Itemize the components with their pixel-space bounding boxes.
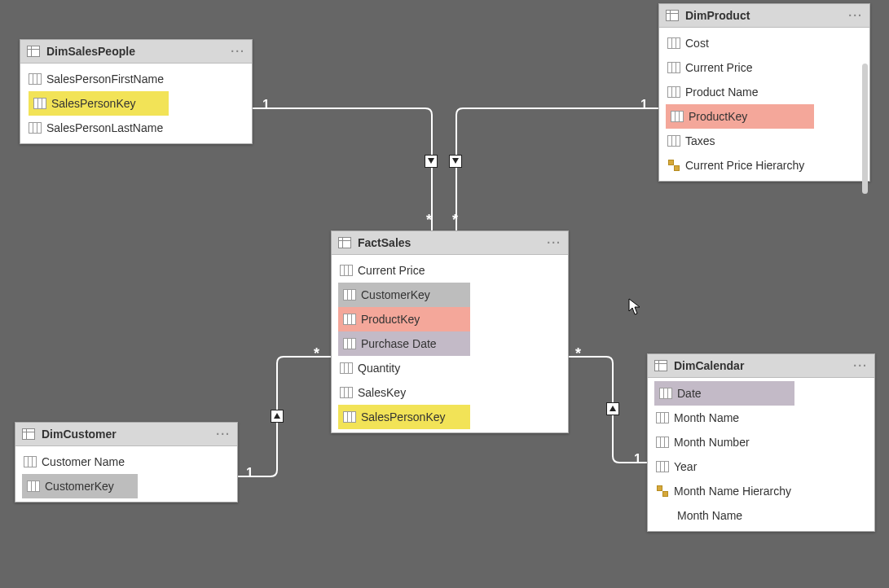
table-header[interactable]: DimProduct ··· [659, 4, 869, 28]
table-icon [27, 45, 40, 58]
table-icon [22, 428, 35, 441]
table-title: FactSales [358, 236, 540, 249]
table-menu-button[interactable]: ··· [216, 428, 231, 441]
table-menu-button[interactable]: ··· [547, 236, 561, 249]
cursor-icon [628, 298, 641, 316]
field-salespersonfirstname[interactable]: SalesPersonFirstName [20, 67, 252, 91]
column-icon [27, 480, 40, 493]
cardinality-one: 1 [640, 98, 648, 112]
cardinality-one: 1 [246, 466, 253, 480]
field-productkey[interactable]: ProductKey [338, 307, 470, 331]
field-date[interactable]: Date [654, 381, 794, 406]
column-icon [343, 337, 356, 350]
column-icon [656, 460, 669, 473]
model-canvas[interactable]: { "tables": { "dimSalesPeople": { "title… [0, 0, 889, 588]
column-icon [24, 455, 37, 468]
table-menu-button[interactable]: ··· [853, 359, 868, 372]
field-taxes[interactable]: Taxes [659, 129, 869, 153]
table-title: DimSalesPeople [46, 45, 224, 58]
table-menu-button[interactable]: ··· [848, 9, 863, 22]
table-header[interactable]: DimCalendar ··· [648, 354, 874, 378]
cardinality-many: * [452, 212, 458, 229]
field-quantity[interactable]: Quantity [332, 356, 568, 380]
filter-arrow-icon [271, 410, 284, 423]
column-icon [33, 97, 46, 110]
field-salespersonkey[interactable]: SalesPersonKey [338, 405, 470, 429]
column-icon [656, 411, 669, 424]
hierarchy-icon [656, 485, 669, 498]
cardinality-many: * [314, 345, 319, 362]
field-customername[interactable]: Customer Name [15, 450, 237, 474]
field-year[interactable]: Year [648, 454, 874, 479]
field-customerkey[interactable]: CustomerKey [338, 283, 470, 307]
filter-arrow-icon [606, 402, 619, 415]
table-dimcustomer[interactable]: DimCustomer ··· Customer Name CustomerKe… [15, 422, 238, 502]
column-icon [343, 410, 356, 423]
column-icon [671, 110, 684, 123]
table-header[interactable]: DimCustomer ··· [15, 423, 237, 446]
column-icon [29, 121, 42, 134]
table-title: DimCustomer [42, 428, 209, 441]
table-dimsalespeople[interactable]: DimSalesPeople ··· SalesPersonFirstName … [20, 39, 253, 144]
table-header[interactable]: DimSalesPeople ··· [20, 40, 252, 64]
field-saleskey[interactable]: SalesKey [332, 380, 568, 405]
field-currentprice[interactable]: Current Price [332, 258, 568, 283]
hierarchy-icon [667, 159, 680, 172]
table-title: DimCalendar [674, 359, 847, 372]
field-cost[interactable]: Cost [659, 31, 869, 55]
cardinality-one: 1 [262, 98, 270, 112]
cardinality-one: 1 [634, 452, 641, 467]
hierarchy-monthname[interactable]: Month Name Hierarchy [648, 479, 874, 503]
cardinality-many: * [426, 212, 432, 229]
filter-arrow-icon [449, 155, 462, 168]
column-icon [340, 264, 353, 277]
filter-arrow-icon [425, 155, 438, 168]
field-salespersonlastname[interactable]: SalesPersonLastName [20, 116, 252, 140]
column-icon [667, 61, 680, 74]
table-title: DimProduct [685, 9, 842, 22]
field-customerkey[interactable]: CustomerKey [22, 474, 138, 498]
column-icon [343, 288, 356, 301]
table-icon [666, 9, 679, 22]
table-dimcalendar[interactable]: DimCalendar ··· Date Month Name Month Nu… [647, 353, 875, 532]
column-icon [343, 313, 356, 326]
column-icon [667, 134, 680, 147]
column-icon [667, 37, 680, 50]
hierarchy-currentprice[interactable]: Current Price Hierarchy [659, 153, 869, 178]
scrollbar[interactable] [862, 64, 868, 194]
table-dimproduct[interactable]: DimProduct ··· Cost Current Price Produc… [658, 3, 870, 182]
column-icon [656, 436, 669, 449]
table-header[interactable]: FactSales ··· [332, 231, 568, 255]
column-icon [659, 387, 672, 400]
column-icon [340, 386, 353, 399]
table-factsales[interactable]: FactSales ··· Current Price CustomerKey … [331, 230, 569, 433]
cardinality-many: * [575, 345, 581, 362]
table-menu-button[interactable]: ··· [231, 45, 245, 58]
field-productkey[interactable]: ProductKey [666, 104, 814, 129]
table-icon [654, 359, 667, 372]
field-currentprice[interactable]: Current Price [659, 55, 869, 80]
column-icon [667, 86, 680, 99]
field-monthnumber[interactable]: Month Number [648, 430, 874, 454]
column-icon [29, 72, 42, 86]
column-icon [340, 362, 353, 375]
hierarchy-level-monthname[interactable]: Month Name [648, 503, 874, 528]
field-salespersonkey[interactable]: SalesPersonKey [29, 91, 169, 116]
field-purchasedate[interactable]: Purchase Date [338, 331, 470, 356]
table-icon [338, 236, 351, 249]
field-productname[interactable]: Product Name [659, 80, 869, 104]
field-monthname[interactable]: Month Name [648, 406, 874, 430]
